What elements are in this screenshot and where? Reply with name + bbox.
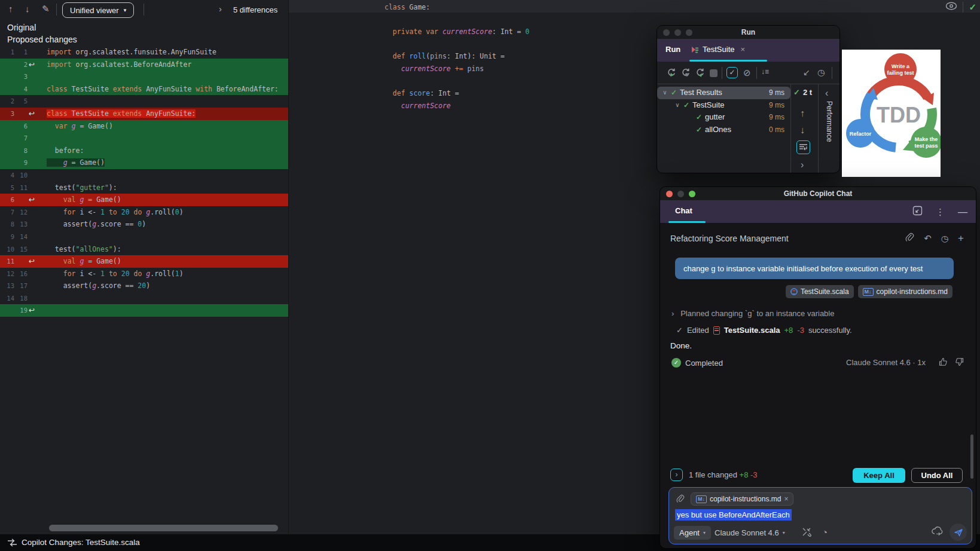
diff-row[interactable]: 2↩import org.scalatest.BeforeAndAfter bbox=[0, 59, 288, 71]
model-label: Claude Sonnet 4.6 bbox=[715, 528, 779, 537]
attach-paperclip-icon[interactable] bbox=[676, 494, 685, 506]
stop-icon[interactable] bbox=[710, 69, 718, 77]
diff-row[interactable]: 3↩class TestSuite extends AnyFunSuite: bbox=[0, 108, 288, 120]
history-clock-icon[interactable]: ◷ bbox=[817, 68, 825, 77]
chat-window-titlebar[interactable]: GitHub Copilot Chat bbox=[660, 187, 976, 200]
diff-row[interactable]: 11↩ val g = Game() bbox=[0, 255, 288, 268]
diff-row[interactable]: 8 before: bbox=[0, 145, 288, 157]
more-options-icon[interactable]: ⋮ bbox=[936, 207, 945, 218]
cloud-send-icon[interactable] bbox=[932, 526, 944, 538]
diff-row[interactable]: 9 g = Game() bbox=[0, 157, 288, 169]
viewer-mode-dropdown[interactable]: Unified viewer ▾ bbox=[62, 2, 134, 18]
undo-all-button[interactable]: Undo All bbox=[911, 468, 963, 483]
diff-row[interactable]: 19↩ bbox=[0, 304, 288, 317]
revert-change-icon[interactable]: ↩ bbox=[29, 255, 35, 268]
navigate-icon[interactable]: ↙ bbox=[803, 68, 810, 77]
tab-performance[interactable]: Performance bbox=[825, 101, 834, 142]
input-attachment-chip[interactable]: M↓ copilot-instructions.md × bbox=[691, 492, 793, 506]
line-number: 10 bbox=[13, 169, 28, 182]
chevron-right-icon[interactable]: › bbox=[219, 4, 222, 14]
expand-right-icon[interactable]: › bbox=[801, 160, 804, 170]
toolbar-divider bbox=[963, 2, 963, 13]
diff-row[interactable]: 1418 bbox=[0, 292, 288, 305]
accept-check-icon[interactable]: ✓ bbox=[969, 2, 976, 13]
revert-change-icon[interactable]: ↩ bbox=[29, 108, 35, 120]
diff-row[interactable]: 712 for i <- 1 to 20 do g.roll(0) bbox=[0, 206, 288, 219]
diff-row[interactable]: 1216 for i <- 1 to 20 do g.roll(1) bbox=[0, 268, 288, 280]
scroll-down-icon[interactable]: ↓ bbox=[800, 125, 805, 136]
diff-row[interactable]: 511 test("gutter"): bbox=[0, 182, 288, 194]
run-body: ∨✓Test Results9 ms∨✓TestSuite9 ms✓gutter… bbox=[657, 84, 839, 173]
test-tree-item-test-results[interactable]: ∨✓Test Results9 ms bbox=[657, 87, 790, 99]
scroll-up-icon[interactable]: ↑ bbox=[800, 108, 805, 119]
sort-icon[interactable]: ↓≡ bbox=[761, 68, 769, 76]
tab-testsuite[interactable]: TestSuite × bbox=[691, 45, 745, 54]
undo-icon[interactable]: ↶ bbox=[924, 233, 932, 244]
line-number: 8 bbox=[0, 218, 14, 231]
mode-dropdown[interactable]: Agent ▾ bbox=[674, 526, 711, 540]
scala-file-icon bbox=[790, 288, 798, 295]
diff-row[interactable]: 11import org.scalatest.funsuite.AnyFunSu… bbox=[0, 46, 288, 59]
attach-paperclip-icon[interactable] bbox=[905, 232, 914, 244]
keep-all-button[interactable]: Keep All bbox=[853, 468, 905, 483]
revert-change-icon[interactable]: ↩ bbox=[29, 304, 35, 317]
close-tab-icon[interactable]: × bbox=[740, 45, 745, 54]
diff-row[interactable]: 3 bbox=[0, 71, 288, 83]
new-chat-icon[interactable]: + bbox=[958, 232, 964, 244]
diff-row[interactable]: 1015 test("allOnes"): bbox=[0, 243, 288, 256]
edit-icon[interactable]: ✎ bbox=[42, 4, 50, 14]
diff-row[interactable]: 410 bbox=[0, 169, 288, 182]
diff-row[interactable]: 7 bbox=[0, 132, 288, 145]
expand-changes-icon[interactable]: › bbox=[670, 469, 683, 481]
diff-row[interactable]: 6 var g = Game() bbox=[0, 120, 288, 133]
chat-input-text[interactable]: yes but use BeforeAndAfterEach bbox=[675, 510, 792, 519]
horizontal-scrollbar[interactable] bbox=[49, 525, 278, 531]
next-difference-icon[interactable]: ↓ bbox=[25, 4, 30, 14]
revert-change-icon[interactable]: ↩ bbox=[29, 194, 35, 206]
model-dropdown[interactable]: Claude Sonnet 4.6 ▾ bbox=[715, 528, 785, 537]
attachment-chip-instructions[interactable]: M↓ copilot-instructions.md bbox=[858, 285, 952, 298]
ignored-tests-icon[interactable]: ⊘ bbox=[743, 68, 751, 78]
usage-gauge-icon[interactable]: ◔ bbox=[822, 527, 828, 539]
remove-attachment-icon[interactable]: × bbox=[784, 495, 788, 503]
history-clock-icon[interactable]: ◷ bbox=[941, 234, 948, 243]
diff-row[interactable]: 914 bbox=[0, 231, 288, 243]
editor-code-line: currentScore bbox=[384, 100, 529, 112]
import-test-results-button[interactable] bbox=[796, 140, 810, 154]
lines-added: +8 bbox=[784, 326, 793, 335]
diff-row[interactable]: 25 bbox=[0, 95, 288, 108]
planned-step-row[interactable]: › Planned changing `g` to an instance va… bbox=[671, 309, 834, 318]
diff-row[interactable]: 1317 assert(g.score == 20) bbox=[0, 280, 288, 292]
line-number: 3 bbox=[13, 71, 28, 83]
test-tree-item-gutter[interactable]: ✓gutter9 ms bbox=[657, 111, 790, 124]
edited-file-name[interactable]: TestSuite.scala bbox=[724, 326, 780, 335]
expand-toggle-icon[interactable]: ∨ bbox=[673, 99, 682, 112]
rerun-icon[interactable] bbox=[667, 68, 676, 79]
diff-row[interactable]: 6↩ val g = Game() bbox=[0, 194, 288, 206]
diff-row[interactable]: 813 assert(g.score == 0) bbox=[0, 218, 288, 231]
dock-window-icon[interactable] bbox=[912, 206, 923, 218]
rerun-failed-tests-icon[interactable] bbox=[695, 68, 705, 79]
tab-chat[interactable]: Chat bbox=[675, 206, 692, 215]
tools-icon[interactable] bbox=[802, 527, 811, 539]
test-tree-item-testsuite[interactable]: ∨✓TestSuite9 ms bbox=[657, 99, 790, 112]
diff-row[interactable]: 4class TestSuite extends AnyFunSuite wit… bbox=[0, 83, 288, 96]
copilot-changes-icon bbox=[7, 538, 17, 547]
thumbs-up-icon[interactable] bbox=[939, 357, 948, 368]
revert-change-icon[interactable]: ↩ bbox=[29, 59, 35, 71]
expand-toggle-icon[interactable]: ∨ bbox=[661, 87, 669, 99]
rerun-stopped-icon[interactable] bbox=[681, 68, 691, 79]
run-window-titlebar[interactable]: Run bbox=[657, 26, 839, 39]
status-bar-text[interactable]: Copilot Changes: TestSuite.scala bbox=[22, 538, 140, 547]
collapse-left-icon[interactable]: ‹ bbox=[825, 88, 828, 99]
chat-input-box[interactable]: M↓ copilot-instructions.md × yes but use… bbox=[668, 487, 972, 544]
show-passed-toggle[interactable]: ✓ bbox=[726, 67, 738, 78]
attachment-chip-testsuite[interactable]: TestSuite.scala bbox=[786, 285, 854, 298]
preview-eye-icon[interactable] bbox=[945, 2, 957, 13]
previous-difference-icon[interactable]: ↑ bbox=[8, 4, 13, 14]
send-button[interactable] bbox=[950, 524, 967, 541]
chat-window-title: GitHub Copilot Chat bbox=[660, 189, 976, 198]
test-tree-item-allones[interactable]: ✓allOnes0 ms bbox=[657, 124, 790, 136]
thumbs-down-icon[interactable] bbox=[955, 357, 964, 368]
hide-window-icon[interactable]: — bbox=[958, 207, 967, 218]
